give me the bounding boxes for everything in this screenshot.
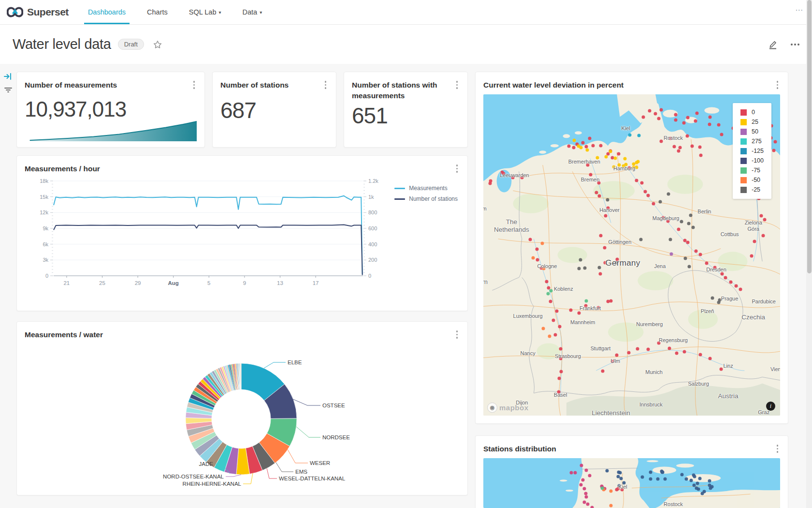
stations-map-card: Stations distribution [475, 435, 788, 508]
chart-options-icon[interactable] [775, 444, 781, 454]
map-place-label: Dresden [706, 267, 726, 273]
kpi-sparkline [25, 114, 197, 142]
map-place-label: Bremen [581, 177, 600, 183]
hourly-chart-body: 18k1.2k15k1k12k8009k6006k4003k2000021252… [25, 174, 460, 299]
map-place-label: Leeuwarden [500, 172, 529, 179]
map-place-label: Austria [718, 392, 739, 400]
map-place-label: Koblenz [554, 285, 573, 292]
map-place-label: Hamburg [613, 165, 635, 171]
page-scrollbar[interactable] [806, 0, 812, 508]
chart-options-icon[interactable] [454, 329, 460, 340]
map-legend-item[interactable]: -25 [740, 186, 764, 193]
svg-text:WESEL-DATTELN-KANAL: WESEL-DATTELN-KANAL [279, 476, 346, 481]
navbar-overflow-menu[interactable]: ... [796, 4, 803, 13]
mapbox-logo-icon[interactable]: ◉ [487, 403, 497, 413]
map-place-label: Frankfurt [580, 305, 601, 311]
legend-value-label: -100 [752, 157, 764, 164]
svg-text:9: 9 [243, 280, 246, 286]
main-nav: Dashboards Charts SQL Lab Data [77, 0, 273, 24]
map-place-label: Pardubice [752, 299, 776, 305]
dashboard-board: Number of measurements 10,937,013 Number… [0, 64, 812, 508]
map-place-label: Cottbus [721, 231, 739, 238]
svg-text:ELBE: ELBE [288, 359, 302, 365]
svg-text:NORDSEE: NORDSEE [322, 434, 350, 440]
kpi-value: 687 [220, 97, 328, 123]
chart-title: Number of measurements [25, 80, 117, 90]
map-place-label: Amsterdam [483, 205, 487, 211]
map-place-label: Kiel [622, 125, 630, 131]
map-legend-item[interactable]: -125 [740, 148, 764, 154]
dashboard-header: Water level data Draft [0, 25, 812, 64]
map-legend-item[interactable]: 275 [740, 138, 764, 145]
map-place-label: Czechia [741, 314, 765, 322]
nav-tab-dashboards[interactable]: Dashboards [77, 0, 136, 24]
svg-text:WESER: WESER [310, 460, 330, 466]
mapbox-wordmark[interactable]: mapbox [499, 403, 529, 412]
chart-options-icon[interactable] [775, 80, 781, 90]
kpi-card-stations: Number of stations 687 [212, 72, 336, 148]
legend-swatch [394, 188, 405, 189]
hourly-chart-card: Measurements / hour 18k1.2k15k1k12k8009k… [16, 155, 468, 311]
deviation-map-canvas[interactable]: LeeuwardenAmsterdamThe NetherlandsBremer… [483, 94, 780, 416]
legend-item[interactable]: Number of stations [394, 195, 458, 202]
map-info-icon[interactable]: i [766, 402, 775, 411]
legend-color-swatch [740, 148, 747, 154]
svg-text:400: 400 [368, 241, 377, 247]
legend-color-swatch [740, 119, 747, 125]
legend-value-label: -75 [752, 167, 760, 174]
map-legend-item[interactable]: 0 [740, 109, 764, 116]
map-place-label: Prague [721, 295, 738, 301]
stations-map-canvas[interactable]: KielRostock [483, 458, 780, 508]
svg-text:600: 600 [368, 225, 377, 231]
svg-text:6k: 6k [43, 241, 48, 247]
chart-options-icon[interactable] [454, 164, 460, 174]
map-legend-item[interactable]: -75 [740, 167, 764, 174]
map-legend-item[interactable]: -50 [740, 177, 764, 183]
dashboard-menu-icon[interactable] [791, 44, 799, 45]
legend-value-label: 25 [752, 119, 758, 125]
expand-filter-bar-icon[interactable] [3, 72, 13, 83]
filter-rail [0, 64, 16, 508]
map-place-label: Strasbourg [555, 353, 581, 359]
map-place-label: Luxembourg [513, 313, 543, 319]
svg-text:3k: 3k [43, 257, 48, 263]
filter-icon[interactable] [3, 85, 13, 97]
map-place-label: Kiel [618, 483, 627, 490]
chart-title: Measurements / water [25, 329, 103, 340]
map-legend-item[interactable]: -100 [740, 157, 764, 164]
svg-text:800: 800 [368, 210, 377, 216]
scrollbar-thumb[interactable] [807, 0, 812, 273]
map-place-label: Vienna [770, 366, 780, 372]
legend-value-label: -125 [752, 148, 764, 154]
donut-chart-body: ELBEOSTSEENORDSEEWESEREMSWESEL-DATTELN-K… [25, 340, 460, 483]
map-place-label: Basel [554, 392, 567, 398]
svg-text:1.2k: 1.2k [368, 178, 378, 184]
map-legend-item[interactable]: 25 [740, 119, 764, 125]
nav-tab-charts[interactable]: Charts [136, 0, 178, 24]
draft-badge[interactable]: Draft [118, 39, 144, 50]
legend-item[interactable]: Measurements [394, 185, 458, 192]
map-place-label: Magdeburg [652, 215, 680, 221]
nav-tab-sql-lab[interactable]: SQL Lab [178, 0, 232, 24]
svg-text:EMS: EMS [295, 469, 307, 475]
map-place-label: Graz [758, 409, 769, 416]
chart-options-icon[interactable] [454, 80, 460, 90]
map-legend-item[interactable]: 50 [740, 128, 764, 135]
chart-options-icon[interactable] [191, 80, 197, 90]
map-place-label: Belgium [483, 279, 488, 286]
svg-text:9k: 9k [43, 225, 48, 231]
chart-options-icon[interactable] [323, 80, 329, 90]
favorite-star-icon[interactable] [153, 40, 162, 49]
svg-text:JADE: JADE [199, 461, 214, 467]
chart-legend: MeasurementsNumber of stations [394, 185, 458, 202]
superset-brand[interactable]: Superset [0, 0, 77, 24]
map-attribution: ◉ mapbox [487, 403, 529, 413]
nav-tab-data[interactable]: Data [232, 0, 273, 24]
svg-text:29: 29 [135, 280, 141, 286]
chart-title: Current water level deviation in percent [483, 80, 624, 90]
map-place-label: Plzeň [701, 308, 714, 314]
legend-label: Number of stations [409, 195, 458, 202]
chart-title: Number of stations with measurements [352, 80, 444, 102]
legend-value-label: 275 [752, 138, 762, 145]
edit-pencil-icon[interactable] [768, 39, 778, 50]
